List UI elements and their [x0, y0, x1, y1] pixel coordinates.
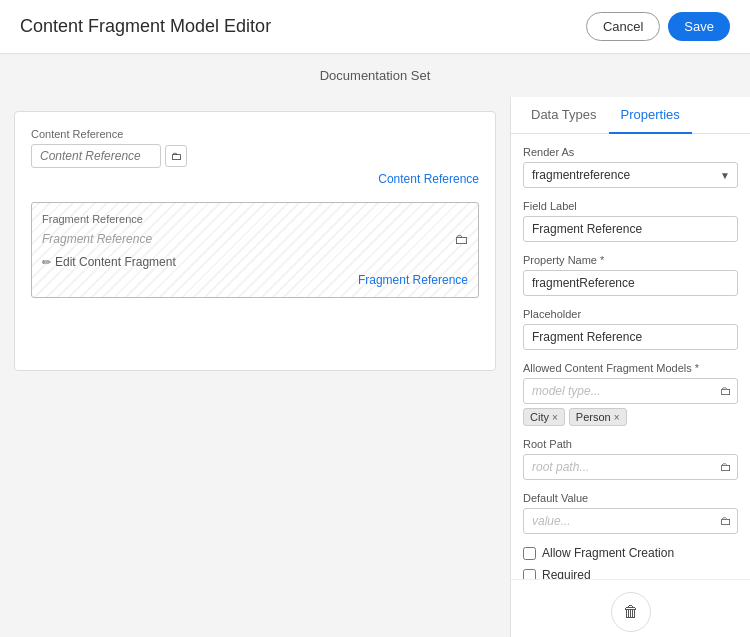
allowed-models-input[interactable]: [523, 378, 738, 404]
trash-icon: 🗑: [623, 603, 639, 621]
allowed-models-input-wrap: 🗀: [523, 378, 738, 404]
default-value-input-wrap: 🗀: [523, 508, 738, 534]
tab-properties[interactable]: Properties: [609, 97, 692, 134]
placeholder-label: Placeholder: [523, 308, 738, 320]
required-checkbox[interactable]: [523, 569, 536, 580]
property-name-input[interactable]: [523, 270, 738, 296]
folder-icon: 🗀: [171, 150, 182, 162]
sub-header-label: Documentation Set: [320, 68, 431, 83]
tag-person-label: Person: [576, 411, 611, 423]
left-panel: Content Reference 🗀 Content Reference Fr…: [0, 97, 510, 637]
cancel-button[interactable]: Cancel: [586, 12, 660, 41]
delete-area: 🗑: [511, 579, 750, 637]
content-reference-link[interactable]: Content Reference: [31, 172, 479, 186]
field-label-label: Field Label: [523, 200, 738, 212]
content-reference-folder-button[interactable]: 🗀: [165, 145, 187, 167]
tags-row: City × Person ×: [523, 408, 738, 426]
render-as-select[interactable]: fragmentreference contentreference text …: [523, 162, 738, 188]
fragment-reference-label: Fragment Reference: [42, 213, 468, 225]
property-name-group: Property Name *: [523, 254, 738, 296]
allow-fragment-creation-label: Allow Fragment Creation: [542, 546, 674, 560]
tag-person-close[interactable]: ×: [614, 412, 620, 423]
fragment-placeholder-text: Fragment Reference: [42, 232, 448, 246]
header-actions: Cancel Save: [586, 12, 730, 41]
default-value-input[interactable]: [523, 508, 738, 534]
placeholder-input[interactable]: [523, 324, 738, 350]
allowed-models-folder-icon[interactable]: 🗀: [720, 384, 732, 398]
delete-button[interactable]: 🗑: [611, 592, 651, 632]
save-button[interactable]: Save: [668, 12, 730, 41]
required-label: Required: [542, 568, 591, 579]
edit-content-fragment-row[interactable]: ✏ Edit Content Fragment: [42, 255, 468, 269]
render-as-select-wrap: fragmentreference contentreference text …: [523, 162, 738, 188]
edit-content-fragment-label: Edit Content Fragment: [55, 255, 176, 269]
root-path-label: Root Path: [523, 438, 738, 450]
tag-city-close[interactable]: ×: [552, 412, 558, 423]
tag-city-label: City: [530, 411, 549, 423]
placeholder-group: Placeholder: [523, 308, 738, 350]
properties-body: Render As fragmentreference contentrefer…: [511, 134, 750, 579]
default-value-group: Default Value 🗀: [523, 492, 738, 534]
tag-city: City ×: [523, 408, 565, 426]
fragment-reference-link[interactable]: Fragment Reference: [42, 273, 468, 287]
allowed-models-label: Allowed Content Fragment Models *: [523, 362, 738, 374]
fragment-input-row: Fragment Reference 🗀: [42, 231, 468, 247]
page-title: Content Fragment Model Editor: [20, 16, 271, 37]
canvas: Content Reference 🗀 Content Reference Fr…: [14, 111, 496, 371]
main-content: Content Reference 🗀 Content Reference Fr…: [0, 97, 750, 637]
root-path-input-wrap: 🗀: [523, 454, 738, 480]
root-path-folder-icon[interactable]: 🗀: [720, 460, 732, 474]
allow-fragment-creation-row: Allow Fragment Creation: [523, 546, 738, 560]
root-path-input[interactable]: [523, 454, 738, 480]
allow-fragment-creation-checkbox[interactable]: [523, 547, 536, 560]
content-reference-block: Content Reference 🗀 Content Reference: [31, 128, 479, 186]
allowed-models-group: Allowed Content Fragment Models * 🗀 City…: [523, 362, 738, 426]
sub-header: Documentation Set: [0, 54, 750, 97]
required-row: Required: [523, 568, 738, 579]
tag-person: Person ×: [569, 408, 627, 426]
tab-data-types[interactable]: Data Types: [519, 97, 609, 134]
default-value-folder-icon[interactable]: 🗀: [720, 514, 732, 528]
tabs-row: Data Types Properties: [511, 97, 750, 134]
pencil-icon: ✏: [42, 256, 51, 269]
right-panel: Data Types Properties Render As fragment…: [510, 97, 750, 637]
property-name-label: Property Name *: [523, 254, 738, 266]
render-as-group: Render As fragmentreference contentrefer…: [523, 146, 738, 188]
render-as-label: Render As: [523, 146, 738, 158]
content-reference-input-row: 🗀: [31, 144, 479, 168]
header: Content Fragment Model Editor Cancel Sav…: [0, 0, 750, 54]
default-value-label: Default Value: [523, 492, 738, 504]
fragment-reference-block: Fragment Reference Fragment Reference 🗀 …: [31, 202, 479, 298]
content-reference-input[interactable]: [31, 144, 161, 168]
fragment-folder-icon[interactable]: 🗀: [454, 231, 468, 247]
field-label-group: Field Label: [523, 200, 738, 242]
field-label-input[interactable]: [523, 216, 738, 242]
content-reference-label: Content Reference: [31, 128, 479, 140]
root-path-group: Root Path 🗀: [523, 438, 738, 480]
